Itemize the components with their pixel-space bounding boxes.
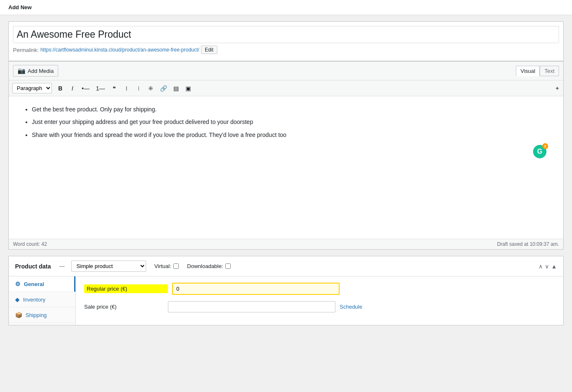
editor-content-area[interactable]: Get the best free product. Only pay for …	[9, 96, 563, 239]
downloadable-checkbox[interactable]	[225, 263, 231, 269]
add-media-icon: 📷	[18, 67, 26, 75]
editor-toolbar: Paragraph B I •― 1― ❝ ⁞ ⁝ ⁜ 🔗 ▤ ▣ ✦	[9, 80, 563, 96]
word-count-bar: Word count: 42 Draft saved at 10:09:37 a…	[9, 239, 563, 249]
general-icon: ⚙	[15, 281, 21, 287]
expand-editor-button[interactable]: ✦	[555, 85, 560, 92]
product-data-tabs: ⚙ General ◆ Inventory 📦 Shipping	[9, 276, 76, 325]
inventory-tab-label: Inventory	[23, 297, 45, 303]
permalink-label: Permalink:	[13, 47, 39, 53]
general-tab-content: Regular price (€) Sale price (€) Schedul…	[76, 276, 563, 325]
bold-button[interactable]: B	[55, 83, 66, 93]
regular-price-label: Regular price (€)	[84, 284, 168, 293]
product-data-label: Product data	[15, 263, 51, 270]
shipping-icon: 📦	[15, 312, 22, 318]
add-media-button[interactable]: 📷 Add Media	[13, 65, 58, 77]
italic-button[interactable]: I	[67, 83, 78, 93]
sale-price-row: Sale price (€) Schedule	[84, 301, 555, 312]
general-tab-label: General	[24, 281, 44, 287]
bullet-item-2: Just enter your shipping address and get…	[32, 117, 553, 126]
bullet-item-3: Share with your friends and spread the w…	[32, 130, 553, 139]
blockquote-button[interactable]: ❝	[109, 83, 120, 93]
inventory-icon: ◆	[15, 296, 20, 303]
table-button[interactable]: ▤	[171, 83, 182, 93]
bullet-item-1: Get the best free product. Only pay for …	[32, 105, 553, 114]
sale-price-label: Sale price (€)	[84, 304, 168, 310]
align-left-button[interactable]: ⁞	[121, 83, 132, 93]
virtual-label: Virtual:	[155, 263, 171, 269]
product-type-select[interactable]: Simple product Grouped product External/…	[71, 260, 146, 272]
align-right-button[interactable]: ⁜	[145, 83, 156, 93]
paragraph-select[interactable]: Paragraph	[12, 83, 52, 93]
draft-saved: Draft saved at 10:09:37 am.	[497, 241, 559, 247]
permalink-link[interactable]: https://cartflowsadminui.kinsta.cloud/pr…	[40, 47, 199, 53]
tab-general[interactable]: ⚙ General	[9, 276, 75, 292]
text-tab[interactable]: Text	[540, 66, 559, 76]
post-title-input[interactable]	[13, 26, 559, 43]
shipping-tab-label: Shipping	[26, 312, 47, 318]
schedule-link[interactable]: Schedule	[340, 304, 362, 310]
permalink-edit-button[interactable]: Edit	[201, 46, 217, 54]
unordered-list-button[interactable]: •―	[79, 83, 92, 93]
more-button[interactable]: ▣	[183, 83, 194, 93]
tab-inventory[interactable]: ◆ Inventory	[9, 292, 75, 307]
expand-section-button[interactable]: ▲	[551, 263, 557, 270]
visual-tab[interactable]: Visual	[516, 66, 540, 76]
link-button[interactable]: 🔗	[157, 83, 170, 93]
grammarly-badge: 2	[542, 143, 548, 149]
downloadable-label: Downloadable:	[187, 263, 223, 269]
tab-shipping[interactable]: 📦 Shipping	[9, 307, 75, 323]
regular-price-row: Regular price (€)	[84, 283, 555, 295]
ordered-list-button[interactable]: 1―	[93, 83, 108, 93]
product-data-separator: —	[59, 263, 65, 269]
word-count: Word count: 42	[13, 241, 47, 247]
align-center-button[interactable]: ⁝	[133, 83, 144, 93]
regular-price-input[interactable]	[172, 283, 340, 295]
virtual-checkbox[interactable]	[173, 263, 179, 269]
sale-price-input[interactable]	[168, 301, 335, 312]
add-new-label: Add New	[8, 4, 32, 10]
grammarly-icon: G 2	[533, 145, 546, 158]
collapse-up-button[interactable]: ∧	[539, 263, 543, 270]
collapse-down-button[interactable]: ∨	[545, 263, 549, 270]
